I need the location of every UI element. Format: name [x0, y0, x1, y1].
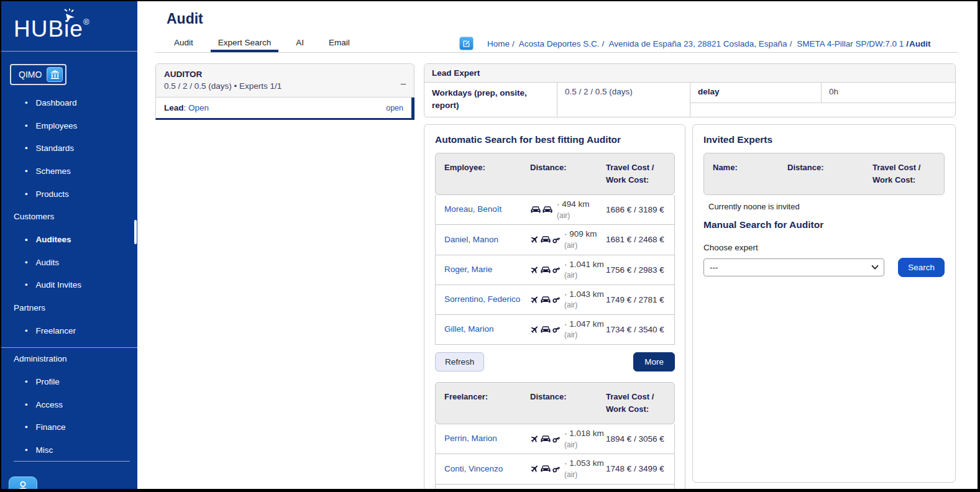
sidebar-menu-admin: Administration •Profile •Access •Finance…	[1, 348, 137, 462]
distance-cell: · 909 km (air)	[530, 229, 606, 250]
distance-value: · 909 km	[564, 229, 597, 239]
sidebar-item-standards[interactable]: •Standards	[1, 137, 137, 160]
sidebar-item-label: Products	[36, 189, 69, 199]
lead-colon: :	[184, 103, 189, 112]
bullet: •	[25, 121, 28, 130]
transport-icons	[530, 206, 553, 214]
key-icon	[550, 463, 562, 475]
plane-icon	[528, 462, 541, 475]
expert-link[interactable]: Sorrentino, Federico	[444, 293, 530, 306]
expert-link[interactable]: Conti, Vincenzo	[444, 463, 530, 476]
sidebar-item-products[interactable]: •Products	[1, 183, 137, 206]
table-row: Moreau, Benoît · 494 km (air) 1686 € / 3…	[435, 195, 675, 225]
bullet: •	[25, 189, 28, 199]
bullet: •	[25, 166, 28, 176]
key-icon	[550, 293, 562, 306]
expert-link[interactable]: Daniel, Manon	[444, 234, 530, 247]
edit-icon[interactable]	[459, 37, 474, 50]
tab-ai[interactable]: AI	[288, 35, 311, 52]
sidebar-scrollbar-thumb[interactable]	[134, 220, 137, 244]
breadcrumb-address[interactable]: Avenida de España 23, 28821 Coslada, Esp…	[608, 39, 787, 48]
refresh-button[interactable]: Refresh	[435, 352, 484, 371]
logo[interactable]: HUBie®	[1, 1, 137, 51]
expert-link[interactable]: Roger, Marie	[444, 263, 530, 276]
expert-select[interactable]: ---	[703, 258, 884, 276]
tab-audit[interactable]: Audit	[167, 35, 201, 52]
bullet: •	[25, 235, 28, 244]
app-window: HUBie® QIMO •Dashboard •Employees •Stand…	[0, 0, 980, 492]
org-switcher[interactable]: QIMO	[10, 64, 66, 85]
tab-email[interactable]: Email	[321, 35, 357, 52]
breadcrumb-scheme[interactable]: SMETA 4-Pillar SP/DW:7.0 1	[797, 39, 904, 48]
table-row: Perrin, Marion · 1.018 km (air) 1894 € /…	[435, 424, 675, 454]
distance-text: · 1.047 km (air)	[564, 319, 606, 340]
expert-link[interactable]: Perrin, Marion	[444, 432, 530, 445]
sidebar-item-label: Audit Invites	[36, 280, 82, 289]
sidebar-item-label: Standards	[36, 144, 75, 153]
distance-text: · 1.041 km (air)	[564, 259, 606, 281]
sidebar-section-partners: Partners	[1, 296, 137, 319]
distance-value: · 1.043 km	[564, 289, 604, 299]
distance-value: · 1.047 km	[564, 319, 604, 329]
org-label: QIMO	[19, 70, 42, 80]
table-row: Daniel, Manon · 909 km (air) 1681 € / 24…	[435, 225, 675, 255]
sidebar-item-finance[interactable]: •Finance	[1, 416, 137, 439]
transport-icons	[530, 295, 561, 304]
tab-expert-search[interactable]: Expert Search	[211, 35, 279, 52]
sidebar-item-auditees[interactable]: •Auditees	[1, 228, 137, 251]
sidebar-item-schemes[interactable]: •Schemes	[1, 160, 137, 183]
bank-icon[interactable]	[47, 67, 63, 82]
bullet: •	[25, 377, 28, 386]
open-link[interactable]: open	[386, 104, 403, 112]
expert-link[interactable]: Moreau, Benoît	[444, 203, 530, 216]
sidebar-item-label: Finance	[36, 422, 66, 432]
lead-expert-title: Lead Expert	[424, 64, 955, 83]
sidebar-item-employees[interactable]: •Employees	[1, 114, 137, 137]
distance-text: · 909 km (air)	[564, 229, 606, 250]
user-profile-button[interactable]	[9, 476, 37, 492]
sidebar-item-profile[interactable]: •Profile	[1, 370, 137, 393]
transport-icons	[530, 434, 561, 444]
breadcrumb-current: Audit	[909, 39, 931, 48]
lead-label: Lead	[164, 103, 184, 112]
breadcrumb-home[interactable]: Home	[487, 39, 510, 48]
breadcrumb: Home/ Acosta Deportes S.C./ Avenida de E…	[487, 39, 957, 48]
expert-link[interactable]: Gillet, Marion	[444, 323, 530, 336]
sidebar-item-misc[interactable]: •Misc	[1, 439, 137, 462]
sidebar-item-audits[interactable]: •Audits	[1, 251, 137, 274]
sidebar-item-access[interactable]: •Access	[1, 393, 137, 416]
workdays-label: Workdays (prep, onsite, report)	[424, 83, 557, 117]
expert-select-wrap: ---	[703, 258, 884, 276]
col-cost: Travel Cost / Work Cost:	[606, 162, 674, 186]
plane-icon	[528, 263, 541, 276]
car-icon	[540, 465, 551, 473]
breadcrumb-company[interactable]: Acosta Deportes S.C.	[519, 39, 600, 48]
auditor-panel-header: AUDITOR 0.5 / 2 / 0.5 (days) • Experts 1…	[155, 63, 414, 98]
plane-icon	[528, 293, 541, 306]
lead-expert-table: Workdays (prep, onsite, report) 0.5 / 2 …	[424, 83, 955, 117]
distance-mode: (air)	[564, 241, 577, 250]
choose-expert-label: Choose expert	[703, 243, 945, 252]
lead-auditor-row[interactable]: Lead: Open open	[155, 98, 414, 120]
cost-value: 1756 € / 2983 €	[606, 265, 674, 275]
col-freelancer: Freelancer:	[444, 391, 530, 416]
search-button[interactable]: Search	[898, 258, 945, 277]
auditor-panel: AUDITOR 0.5 / 2 / 0.5 (days) • Experts 1…	[155, 63, 414, 120]
more-button[interactable]: More	[633, 352, 675, 371]
table-row: Ferrara, · 1.174 km (air) 1738 € / 3148 …	[435, 485, 675, 492]
page-title: Audit	[167, 11, 203, 27]
collapse-icon[interactable]: –	[401, 80, 406, 86]
employee-table: Employee: Distance: Travel Cost / Work C…	[435, 153, 675, 345]
invited-empty-message: Currently noone is invited	[708, 202, 945, 211]
sidebar-item-label: Audits	[36, 258, 60, 267]
sidebar-item-freelancer[interactable]: •Freelancer	[1, 319, 137, 342]
transport-icons	[530, 464, 561, 473]
car-icon	[540, 326, 551, 334]
cost-value: 1749 € / 2781 €	[606, 295, 674, 304]
sidebar-item-dashboard[interactable]: •Dashboard	[1, 91, 137, 114]
col-cost: Travel Cost / Work Cost:	[872, 162, 944, 186]
sidebar-item-audit-invites[interactable]: •Audit Invites	[1, 274, 137, 297]
invited-experts-title: Invited Experts	[703, 134, 945, 145]
distance-cell: · 494 km (air)	[530, 199, 606, 221]
key-icon	[550, 263, 562, 276]
